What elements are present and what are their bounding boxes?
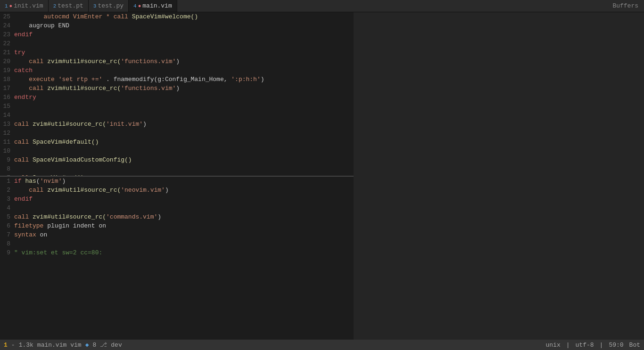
line-content: execute 'set rtp +=' . fnamemodify(g:Con…: [14, 75, 264, 84]
code-token: autocmd VimEnter *: [14, 13, 114, 20]
line-number: 9: [0, 155, 14, 164]
line-number: 22: [0, 39, 14, 48]
table-row: 4: [0, 203, 354, 212]
line-content: catch: [14, 66, 33, 75]
code-pane: 25 autocmd VimEnter * call SpaceVim#welc…: [0, 12, 354, 340]
code-token: on: [36, 231, 47, 238]
code-token: if: [14, 178, 22, 185]
right-panel: [354, 12, 644, 340]
table-row: 18 execute 'set rtp +=' . fnamemodify(g:…: [0, 75, 354, 84]
table-row: 25 autocmd VimEnter * call SpaceVim#welc…: [0, 12, 354, 21]
file-encoding: unix: [546, 342, 561, 349]
line-number: 23: [0, 30, 14, 39]
line-content: call SpaceVim#loadCustomConfig(): [14, 155, 132, 164]
table-row: 11call SpaceVim#default(): [0, 138, 354, 147]
table-row: 7syntax on: [0, 230, 354, 239]
top-code-section: 25 autocmd VimEnter * call SpaceVim#welc…: [0, 12, 354, 177]
code-token: ): [176, 85, 180, 92]
tab-test-pt[interactable]: 2test.pt: [49, 0, 89, 12]
line-content: call SpaceVim#default(): [14, 138, 99, 147]
table-row: 15: [0, 102, 354, 111]
line-number: 13: [0, 120, 14, 129]
code-token: plugin indent on: [43, 222, 106, 229]
file-format: utf-8: [576, 342, 594, 349]
tab-modified-icon: ●: [138, 3, 141, 9]
line-number: 2: [0, 186, 14, 195]
table-row: 6filetype plugin indent on: [0, 221, 354, 230]
tab-init-vim[interactable]: 1●init.vim: [0, 0, 49, 12]
buffers-label: Buffers: [607, 2, 644, 9]
line-number: 9: [0, 248, 14, 257]
code-token: [14, 76, 29, 83]
line-content: call zvim#util#source_rc('neovim.vim'): [14, 186, 169, 195]
table-row: 8: [0, 239, 354, 248]
table-row: 8: [0, 164, 354, 173]
code-token: 'init.vim': [106, 121, 143, 128]
code-token: SpaceVim#welcome(): [128, 13, 198, 20]
code-token: SpaceVim#default(): [29, 138, 99, 146]
code-token: call: [29, 58, 43, 65]
code-token: call: [29, 187, 43, 194]
line-content: syntax on: [14, 230, 47, 239]
code-token: [14, 85, 29, 92]
code-token: endtry: [14, 94, 36, 101]
line-content: endif: [14, 195, 33, 203]
status-bar: 1 - 1.3k main.vim vim ◆ 8 ⎇ dev unix | u…: [0, 340, 644, 350]
code-token: endif: [14, 31, 33, 38]
line-number: 20: [0, 57, 14, 66]
tab-bar: 1●init.vim2test.pt3test.py4●main.vim Buf…: [0, 0, 644, 12]
table-row: 20 call zvim#util#source_rc('functions.v…: [0, 57, 354, 66]
table-row: 13call zvim#util#source_rc('init.vim'): [0, 120, 354, 129]
code-token: 'neovim.vim': [121, 187, 165, 194]
code-token: 'commands.vim': [106, 213, 157, 220]
code-token: filetype: [14, 222, 43, 229]
line-number: 7: [0, 173, 14, 176]
code-token: call: [29, 85, 43, 92]
table-row: 19catch: [0, 66, 354, 75]
table-row: 9call SpaceVim#loadCustomConfig(): [0, 155, 354, 164]
line-number: 1: [0, 177, 14, 186]
tab-label: init.vim: [14, 2, 43, 9]
table-row: 21try: [0, 48, 354, 57]
mode-indicator: 1: [4, 342, 8, 349]
code-token: has: [25, 178, 36, 185]
cursor-position: 59:0: [609, 342, 623, 349]
line-number: 16: [0, 93, 14, 102]
line-content: try: [14, 48, 25, 57]
code-token: [55, 76, 58, 83]
line-content: call zvim#util#source_rc('functions.vim'…: [14, 57, 180, 66]
code-token: endif: [14, 195, 33, 203]
line-number: 24: [0, 21, 14, 30]
code-token: (: [36, 178, 40, 185]
code-token: call: [14, 156, 29, 163]
line-number: 11: [0, 138, 14, 147]
tab-modified-icon: ●: [9, 3, 13, 9]
code-token: zvim#util#source_rc(: [43, 58, 121, 65]
circle-num: 8: [93, 342, 97, 349]
code-token: 'set rtp +=': [58, 76, 103, 83]
dot-icon: ◆: [85, 341, 89, 349]
line-content: autocmd VimEnter * call SpaceVim#welcome…: [14, 12, 198, 21]
line-number: 3: [0, 195, 14, 203]
bottom-code-section: 1if has('nvim')2 call zvim#util#source_r…: [0, 177, 354, 340]
tab-main-vim[interactable]: 4●main.vim: [129, 0, 177, 12]
file-type: vim: [70, 342, 81, 349]
line-number: 8: [0, 164, 14, 173]
line-number: 19: [0, 66, 14, 75]
line-content: call zvim#util#source_rc('init.vim'): [14, 120, 147, 129]
table-row: 3endif: [0, 195, 354, 203]
table-row: 14: [0, 111, 354, 120]
status-sep1: |: [566, 342, 570, 349]
line-content: augroup END: [14, 21, 69, 30]
table-row: 16endtry: [0, 93, 354, 102]
table-row: 17 call zvim#util#source_rc('functions.v…: [0, 84, 354, 93]
tab-test-py[interactable]: 3test.py: [89, 0, 129, 12]
scroll-position: Bot: [629, 342, 640, 349]
table-row: 2 call zvim#util#source_rc('neovim.vim'): [0, 186, 354, 195]
editor-area: 25 autocmd VimEnter * call SpaceVim#welc…: [0, 12, 644, 340]
line-number: 21: [0, 48, 14, 57]
table-row: 24 augroup END: [0, 21, 354, 30]
code-token: zvim#util#source_rc(: [29, 121, 106, 128]
code-token: catch: [14, 67, 33, 74]
code-token: [14, 187, 29, 194]
